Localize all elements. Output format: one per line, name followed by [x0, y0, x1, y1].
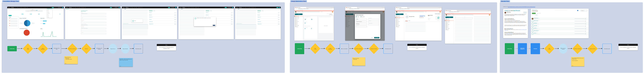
last-selection-dropdown[interactable]: Last Selection ▾ [57, 7, 62, 8]
bell-icon[interactable] [54, 7, 55, 8]
sticky-required-input[interactable]: Required input data First name [352, 57, 365, 66]
screenshot-simply-details-form[interactable]: Simply Stakeholders– ▢ ✕ ‹ › ⟳au.simplys… [445, 10, 491, 44]
projects-dropdown[interactable]: All Projects ▾ [11, 7, 14, 8]
profile-actions-icons[interactable] [435, 13, 441, 14]
more-options[interactable] [584, 10, 587, 11]
sidebar-item-dashboard[interactable]: Dashboard [294, 15, 303, 17]
sidebar-item-stakeholders[interactable]: Stakeholders [395, 17, 404, 18]
relation-row[interactable]: Properties (0) [149, 16, 176, 19]
create-button[interactable]: + Create [446, 16, 453, 18]
back-link[interactable]: ‹ Back [179, 9, 180, 9]
list-item[interactable]: John Vine I-00429Henderson, Nye County, … [531, 33, 589, 35]
sidebar-item-tasks[interactable]: Tasks [445, 23, 454, 24]
screenshot-simply-profile[interactable]: Simply Stakeholders– ▢ ✕ ‹ › ⟳au.simplys… [395, 7, 442, 41]
refresh-icon[interactable] [585, 26, 586, 27]
sidebar-item-tasks[interactable]: Tasks [395, 20, 404, 21]
sidebar-item-forms[interactable]: Forms [294, 24, 303, 25]
bell-icon[interactable] [112, 7, 113, 8]
tab-history[interactable]: History [210, 10, 212, 11]
sidebar-item-reports[interactable]: Reports [395, 26, 404, 28]
new-button[interactable]: + New [52, 7, 54, 8]
clear-filter-link[interactable]: Clear filter [536, 15, 538, 15]
linked-to-select[interactable]: Global (Visible to all Projects) ▾ [81, 13, 106, 14]
new-button[interactable]: + New [110, 7, 112, 8]
relation-row[interactable]: Actions (0) [149, 14, 176, 16]
action-row[interactable] [10, 18, 18, 20]
help-icon[interactable]: ? [320, 11, 321, 12]
org-switcher[interactable]: North West ▾ [297, 12, 300, 12]
screenshot-opuna-new-stakeholder-form[interactable]: Opuna All Projects ▾ Search Workspaces M… [65, 7, 120, 39]
sidebar-item-forms[interactable]: Forms [445, 27, 454, 28]
flow-tap-create[interactable]: Tap + Create [310, 43, 320, 54]
view-select[interactable]: Summary ▾ [580, 10, 584, 11]
opuna-nav[interactable]: Search Workspaces Maps Reports Communica… [15, 7, 28, 8]
url-field[interactable]: au.simplystakeholders.com/cm-AU/new-ui/d… [448, 11, 488, 12]
relation-row[interactable]: Events (0) [257, 12, 280, 14]
toolbar-links[interactable]: Save as Template Save Close Refresh [111, 9, 120, 9]
relation-row[interactable]: Organisations (0) [149, 23, 176, 26]
flow-popup-success[interactable]: Popup: Success [109, 44, 117, 53]
flow-tap-stakeholder[interactable]: Tap Stakeholder [325, 43, 336, 54]
search-input[interactable]: Search [402, 11, 424, 12]
outstanding-pie-chart[interactable] [24, 30, 30, 36]
organisation-input[interactable] [81, 33, 106, 34]
projects-dropdown[interactable]: All Projects ▾ [126, 7, 129, 8]
sidebar-item-properties[interactable]: Properties [445, 24, 454, 25]
tab-history[interactable]: History [262, 10, 264, 11]
refresh-icon[interactable] [585, 21, 586, 22]
opuna-nav[interactable]: Search Workspaces Maps Reports Communica… [130, 7, 142, 8]
last-selection-dropdown[interactable]: Last Selection ▾ [171, 7, 175, 8]
create-button[interactable]: + Create [532, 13, 536, 14]
opuna-nav[interactable]: Search Workspaces Maps Reports Communica… [73, 7, 86, 8]
tab-summary[interactable]: Summary [405, 20, 408, 21]
event-type-bar[interactable] [43, 21, 46, 21]
sticky-reminder[interactable]: Remember to add or relate Events and Act… [119, 58, 133, 67]
sidebar-item-farms[interactable]: Farms [395, 22, 404, 24]
save-continue-button[interactable]: Save & Continue [374, 37, 379, 38]
menu-item[interactable]: Template [47, 17, 52, 18]
organisation-input[interactable]: Martin pl Barri [356, 23, 367, 25]
flow-tap-save[interactable]: Tap Save [81, 43, 92, 54]
profile-icon[interactable] [119, 7, 120, 8]
sidebar-item-group-mail[interactable]: Group Mail [395, 25, 404, 26]
relation-row[interactable]: Issues (0) [149, 19, 176, 21]
avatar[interactable]: ST [332, 11, 333, 12]
reference-link[interactable]: https://helpdesk.boreal-is.com/hc/en-us/… [508, 6, 535, 7]
flow-stakeholder-details-page[interactable]: Stakeholder details page [52, 44, 61, 53]
sidebar-item-farms[interactable]: Farms [294, 22, 303, 24]
section-label-consultation-manager[interactable]: Consultation Manager Flow [2, 0, 20, 2]
back-link[interactable]: ‹ Back [236, 9, 237, 9]
bio-input[interactable] [81, 31, 106, 32]
flow-individuals[interactable]: Individuals [531, 43, 540, 54]
flow-landing-page[interactable]: Landing Page [505, 43, 514, 54]
relation-row[interactable]: Issues (0) [257, 19, 280, 21]
radio-organisation[interactable]: Organisation [360, 16, 364, 17]
profile-icon[interactable] [232, 7, 233, 8]
close-icon[interactable]: ✕ [379, 14, 380, 15]
sidebar-item-interactions[interactable]: Interactions [294, 18, 303, 20]
new-button[interactable]: + New [276, 7, 278, 8]
sidebar-item-properties[interactable]: Properties [294, 21, 303, 22]
settings-gear-icon[interactable] [577, 10, 578, 11]
sidebar-item-group-mail[interactable]: Group Mail [294, 25, 303, 26]
sticky-mandatory-fields[interactable]: Input mandatory fields but the rest can … [571, 57, 584, 66]
browser-icons[interactable]: ★ ⋮ [488, 12, 490, 12]
flow-tap-save-continue[interactable]: Tap Save & Continue [368, 43, 379, 54]
notes-card[interactable]: Notes User can add details in details ta… [618, 44, 638, 50]
sidebar-item-dashboard[interactable]: Dashboard [445, 18, 454, 20]
flow-tap-new[interactable]: Tap '+ New' [23, 43, 33, 54]
search-input[interactable]: Search [301, 11, 320, 12]
edit-link[interactable]: Edit [430, 18, 430, 19]
new-button[interactable]: + New [224, 7, 227, 8]
follow-button[interactable]: Follow [524, 12, 526, 13]
flow-stakeholder-engagement[interactable]: Stakeholder Engagement [518, 43, 527, 54]
profile-icon[interactable] [176, 7, 176, 8]
section-label-simply-stakeholders[interactable]: Simply Stakeholders Flow [290, 0, 307, 2]
avatar[interactable]: ST [489, 14, 490, 15]
flow-tap-stakeholder[interactable]: Tap Stakeholder [38, 43, 48, 54]
refresh-icon[interactable] [585, 28, 586, 29]
action-row[interactable] [10, 25, 18, 27]
flow-tap-save-view[interactable]: Tap Save and View [587, 43, 598, 54]
flow-landing-page[interactable]: Landing Page [295, 43, 304, 54]
flow-add-new-stakeholder[interactable]: Add new stakeholder [340, 44, 349, 54]
